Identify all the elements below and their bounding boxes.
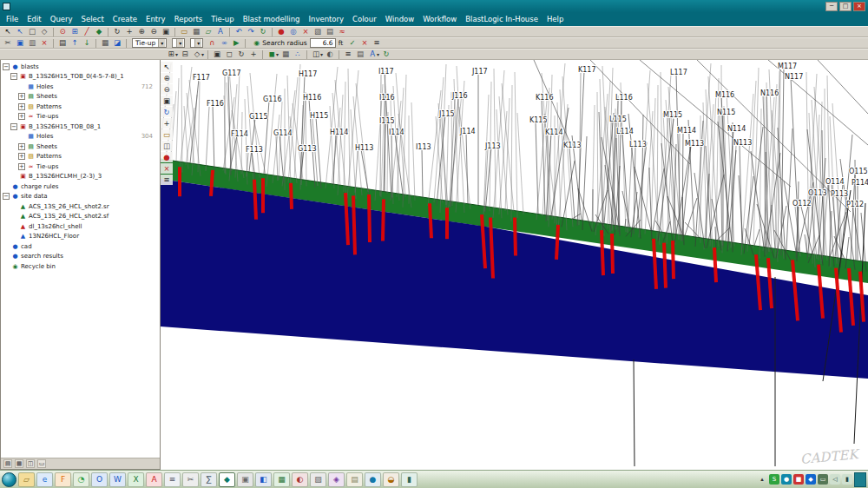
annotations-dropdown-arrow[interactable]: ▾ (377, 51, 379, 57)
vp-zoom-out-icon[interactable]: ⊖ (161, 84, 173, 95)
properties-icon[interactable]: ▤ (354, 49, 366, 60)
view-front-icon[interactable]: ⊟ (179, 49, 191, 60)
vp-zoom-in-icon[interactable]: ⊕ (161, 73, 173, 83)
vp-orbit-icon[interactable]: ↻ (161, 107, 173, 117)
tree-item-acs-13s-26-hcl-shot2-sf[interactable]: ▲ACS_13S_26_HCL_shot2.sf (1, 212, 160, 222)
tree-expander[interactable]: − (3, 63, 10, 70)
taskbar-app-15-icon[interactable]: ▦ (273, 472, 290, 487)
menu-file[interactable]: File (2, 14, 23, 24)
tray-tray-expand-icon[interactable]: ▴ (757, 474, 767, 485)
snap-midpoint-icon[interactable]: ◆ (93, 27, 105, 37)
taskbar-app-22-icon[interactable]: ▮ (401, 472, 418, 487)
rotate-view-icon[interactable]: ↻ (111, 27, 123, 37)
refresh-view-icon[interactable]: ↻ (380, 49, 392, 60)
taskbar-firefox-icon[interactable]: F (55, 472, 71, 487)
vp-erase-icon[interactable]: × (161, 163, 173, 174)
tree-item-patterns[interactable]: +▨Patterns (1, 152, 160, 162)
view-plan-dropdown-arrow[interactable]: ▾ (175, 51, 178, 57)
table-view-icon[interactable]: ▦ (99, 38, 111, 49)
vp-section-icon[interactable]: ◫ (161, 141, 173, 151)
grid-toggle-icon[interactable]: ▦ (190, 27, 202, 37)
select-add-icon[interactable]: ↖ (14, 27, 26, 37)
tieup-combo[interactable]: Tie-up ▾ (132, 38, 167, 48)
taskbar-chrome-icon[interactable]: ◔ (73, 472, 89, 487)
tree-item-acs-13s-26-hcl-shot2-sr[interactable]: ▲ACS_13S_26_HCL_shot2.sr (1, 201, 160, 212)
delete-hole-icon[interactable]: × (299, 27, 312, 37)
panel-sync-icon[interactable]: ◫ (26, 459, 35, 468)
panel-pin-icon[interactable]: ▭ (37, 459, 46, 468)
tieup-tool-icon[interactable]: ≈ (336, 27, 348, 37)
menu-tie-up[interactable]: Tie-up (207, 14, 238, 24)
menu-reports[interactable]: Reports (170, 14, 207, 24)
import-icon[interactable]: ↓ (81, 38, 93, 49)
tray-tray-shield-icon[interactable]: ◆ (806, 474, 816, 485)
menu-query[interactable]: Query (46, 14, 77, 24)
maximize-button[interactable]: □ (839, 2, 852, 11)
paste-icon[interactable]: ▥ (26, 38, 38, 49)
tree-item-13n26hcl-floor[interactable]: ▲13N26HCL_Floor (1, 232, 160, 242)
tray-tray-sync-icon[interactable]: ● (781, 474, 792, 485)
taskbar-notepad-icon[interactable]: ≡ (164, 472, 181, 487)
tray-tray-network-icon[interactable]: ▮ (842, 474, 852, 485)
clip-section-dropdown-arrow[interactable]: ▾ (320, 51, 323, 57)
options-icon[interactable]: ≡ (371, 38, 383, 49)
snap-point-icon[interactable]: ⊙ (56, 27, 69, 37)
menu-select[interactable]: Select (77, 14, 108, 24)
tree-item-holes[interactable]: ▦Holes712 (1, 82, 160, 92)
taskbar-app-19-icon[interactable]: ▤ (346, 472, 363, 487)
orbit-view-icon[interactable]: ↻ (235, 49, 247, 60)
taskbar-excel-icon[interactable]: X (128, 472, 144, 487)
magnet-snap-icon[interactable]: ∩ (206, 38, 218, 49)
tree-item-cad[interactable]: ●cad (1, 241, 160, 252)
pattern-tool-icon[interactable]: ▨ (312, 27, 324, 37)
mini-combo-2[interactable]: ▾ (190, 38, 203, 48)
taskbar-calculator-icon[interactable]: ∑ (201, 472, 217, 487)
plane-toggle-icon[interactable]: ▱ (202, 27, 214, 37)
play-sequence-icon[interactable]: ▶ (230, 38, 242, 49)
tree-expander[interactable]: + (18, 143, 25, 150)
measure-ruler-icon[interactable]: ▭ (178, 27, 190, 37)
layers-icon[interactable]: ≡ (342, 49, 354, 60)
display-points-icon[interactable]: ∴ (292, 49, 304, 60)
minimize-button[interactable]: ─ (825, 2, 838, 11)
shading-icon[interactable]: ◐ (324, 49, 336, 60)
tree-item-site-data[interactable]: −●site data (1, 192, 160, 202)
tree-item-sheets[interactable]: +▤Sheets (1, 92, 160, 102)
tray-tray-volume-icon[interactable]: ◁ (830, 474, 840, 485)
taskbar-acrobat-icon[interactable]: A (146, 472, 162, 487)
menu-window[interactable]: Window (381, 14, 419, 24)
copy-icon[interactable]: ▣ (14, 38, 26, 49)
zoom-extents-icon[interactable]: ▣ (160, 27, 172, 37)
refresh-icon[interactable]: ↻ (257, 27, 269, 37)
redo-icon[interactable]: ↷ (245, 27, 257, 37)
vp-settings-icon[interactable]: ≡ (161, 175, 173, 185)
taskbar-app-21-icon[interactable]: ◒ (383, 472, 399, 487)
menu-edit[interactable]: Edit (23, 14, 45, 24)
snap-line-icon[interactable]: ╱ (81, 27, 93, 37)
fit-view-icon[interactable]: ▣ (211, 49, 223, 60)
export-icon[interactable]: ↑ (69, 38, 81, 49)
viewport-canvas[interactable]: F117G117H117I117J117K117L117M117N117F116… (161, 60, 868, 470)
move-hole-icon[interactable]: ◎ (287, 27, 299, 37)
zoom-in-icon[interactable]: ⊕ (135, 27, 148, 37)
panel-filter-icon[interactable]: ▦ (15, 459, 23, 468)
tree-item-patterns[interactable]: +▨Patterns (1, 102, 160, 112)
tree-item-sheets[interactable]: +▤Sheets (1, 142, 160, 152)
tray-tray-messenger-icon[interactable]: S (769, 474, 779, 485)
search-radius-input[interactable] (310, 38, 336, 48)
taskbar-snipping-tool-icon[interactable]: ✂ (182, 472, 199, 487)
tree-item-search-results[interactable]: ●search results (1, 252, 160, 262)
tree-expander[interactable]: − (3, 193, 10, 200)
vp-fit-icon[interactable]: ▣ (161, 96, 173, 106)
viewport-3d[interactable]: ↖⊕⊖▣↻+▭◫●×≡ F117G117H117I117J117K117L117… (161, 60, 868, 470)
cut-icon[interactable]: ✂ (2, 38, 14, 49)
menu-help[interactable]: Help (542, 14, 568, 24)
pan-tool-icon[interactable]: + (247, 49, 260, 60)
tray-tray-update-icon[interactable]: ▭ (818, 474, 828, 485)
menu-blastlogic-in-house[interactable]: BlastLogic In-House (461, 14, 542, 24)
view-iso-dropdown-arrow[interactable]: ▾ (201, 51, 204, 57)
tree-expander[interactable]: + (18, 113, 25, 120)
tree-expander[interactable]: − (10, 123, 17, 130)
tree-expander[interactable]: + (18, 103, 25, 110)
display-wireframe-icon[interactable]: ▦ (279, 49, 292, 60)
